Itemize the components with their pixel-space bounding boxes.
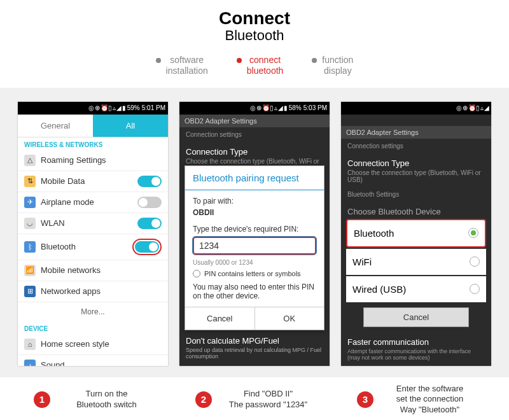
- radio-icon: [468, 228, 478, 238]
- title: Connect: [0, 10, 509, 27]
- home-icon: ⌂: [24, 339, 36, 350]
- pin-input[interactable]: 1234: [193, 237, 316, 255]
- toggle-airplane[interactable]: [137, 197, 162, 208]
- dot-icon: [156, 58, 161, 63]
- step-number: 2: [195, 391, 212, 408]
- faster-desc: Attempt faster communications with the i…: [347, 348, 485, 361]
- sound-icon: ♪: [24, 360, 36, 366]
- mpg-desc: Speed up data retrieval by not calculati…: [186, 347, 323, 360]
- step-connect[interactable]: connectbluetooth: [237, 55, 284, 76]
- tab-all[interactable]: All: [93, 115, 168, 137]
- pin-note: You may also need to enter this PIN on t…: [193, 283, 316, 300]
- status-bar: ◎ ⊕ ⏰ ▯ ▵ ◢ ▮ 58% 5:03 PM: [179, 102, 330, 115]
- phones-row: ◎ ⊕ ⏰ ▯ ▵ ◢ ▮ 59% 5:01 PM General All WI…: [0, 88, 509, 377]
- screen-title: OBD2 Adapter Settings: [341, 126, 491, 139]
- row-bluetooth[interactable]: ᛒBluetooth: [18, 234, 168, 260]
- pair-device: OBDII: [193, 206, 316, 220]
- radio-icon: [193, 270, 200, 277]
- status-bar: ◎ ⊕ ⏰ ▯ ▵ ◢ ▮ 59% 5:01 PM: [18, 102, 168, 115]
- modal-title: Bluetooth pairing request: [185, 166, 324, 190]
- toggle-wlan[interactable]: [137, 218, 162, 229]
- status-bar: ◎ ⊕ ⏰ ▯ ▵ ◢: [341, 102, 491, 115]
- section-wireless: WIRELESS & NETWORKS: [18, 137, 168, 150]
- section-label: Connection settings: [179, 127, 330, 142]
- choose-device-label: Choose Bluetooth Device: [347, 206, 485, 218]
- row-networked-apps[interactable]: ⊞Networked apps: [18, 281, 168, 302]
- step-nav: softwareinstallation connectbluetooth fu…: [0, 47, 509, 88]
- bt-settings-label: Bluetooth Settings: [341, 187, 491, 202]
- option-wifi[interactable]: WiFi: [346, 249, 486, 275]
- screen-title: OBD2 Adapter Settings: [179, 115, 330, 127]
- pin-letters-checkbox[interactable]: PIN contains letters or symbols: [193, 267, 316, 280]
- modal-buttons: Cancel OK: [185, 307, 324, 330]
- battery-pct: 58%: [289, 104, 302, 111]
- section-device: DEVICE: [18, 321, 168, 334]
- pairing-modal: Bluetooth pairing request To pair with: …: [185, 165, 324, 330]
- section-label: Connection settings: [341, 139, 491, 153]
- apps-icon: ⊞: [24, 286, 36, 297]
- ok-button[interactable]: OK: [255, 307, 324, 330]
- conn-type-desc: Choose the connection type (Bluetooth, W…: [347, 169, 485, 183]
- faster-heading[interactable]: Faster communication: [347, 336, 485, 348]
- row-mobile-data[interactable]: ⇅Mobile Data: [18, 171, 168, 192]
- dot-icon: [237, 58, 242, 63]
- option-bluetooth[interactable]: Bluetooth: [346, 219, 486, 248]
- status-icons: ◎ ⊕ ⏰ ▯ ▵ ◢ ▮: [250, 104, 287, 111]
- toggle-mobile-data[interactable]: [137, 176, 162, 187]
- pair-label: To pair with:: [193, 197, 316, 206]
- row-home-style[interactable]: ⌂Home screen style: [18, 334, 168, 355]
- tab-general[interactable]: General: [18, 115, 93, 137]
- data-icon: ⇅: [24, 176, 36, 187]
- cancel-button[interactable]: Cancel: [185, 307, 255, 330]
- battery-pct: 59%: [127, 104, 140, 111]
- phone-1: ◎ ⊕ ⏰ ▯ ▵ ◢ ▮ 59% 5:01 PM General All WI…: [18, 102, 168, 366]
- row-more[interactable]: More...: [18, 302, 168, 321]
- pin-hint: Usually 0000 or 1234: [193, 258, 316, 267]
- row-airplane[interactable]: ✈Airplane mode: [18, 192, 168, 213]
- status-icons: ◎ ⊕ ⏰ ▯ ▵ ◢ ▮: [88, 104, 125, 111]
- pin-label: Type the device's required PIN:: [193, 225, 316, 234]
- phone-2: ◎ ⊕ ⏰ ▯ ▵ ◢ ▮ 58% 5:03 PM OBD2 Adapter S…: [179, 102, 330, 366]
- conn-type-heading: Connection Type: [347, 157, 485, 169]
- row-roaming[interactable]: △Roaming Settings: [18, 150, 168, 171]
- row-mobile-networks[interactable]: 📶Mobile networks: [18, 260, 168, 281]
- status-time: 5:03 PM: [303, 104, 327, 111]
- status-time: 5:01 PM: [142, 104, 165, 111]
- step-function[interactable]: functiondisplay: [312, 55, 353, 76]
- antenna-icon: 📶: [24, 265, 36, 276]
- radio-icon: [470, 284, 480, 294]
- radio-icon: [470, 256, 480, 267]
- wifi-icon: ◡: [24, 218, 36, 229]
- step-number: 1: [34, 391, 50, 408]
- row-wlan[interactable]: ◡WLAN: [18, 213, 168, 234]
- phone-3: ◎ ⊕ ⏰ ▯ ▵ ◢ Saving screenshot... OBD2 Ad…: [341, 102, 491, 366]
- row-sound[interactable]: ♪Sound: [18, 355, 168, 366]
- status-icons: ◎ ⊕ ⏰ ▯ ▵ ◢: [456, 104, 489, 111]
- dot-icon: [312, 58, 317, 63]
- caption-2: 2 Find "OBD II"The password "1234": [179, 384, 330, 416]
- subtitle: Bluetooth: [0, 27, 509, 44]
- caption-1: 1 Turn on theBluetooth switch: [18, 384, 168, 416]
- bluetooth-icon: ᛒ: [24, 241, 36, 253]
- highlight-box: [132, 239, 162, 255]
- conn-type-heading: Connection Type: [186, 146, 323, 158]
- toggle-bluetooth[interactable]: [135, 241, 159, 253]
- cancel-button[interactable]: Cancel: [363, 307, 469, 327]
- caption-3: 3 Enter the softwareset the connectionWa…: [341, 384, 491, 416]
- settings-tabs: General All: [18, 115, 168, 137]
- option-wired[interactable]: Wired (USB): [346, 276, 486, 302]
- captions-row: 1 Turn on theBluetooth switch 2 Find "OB…: [0, 377, 509, 420]
- page-header: Connect Bluetooth: [0, 0, 509, 47]
- step-software[interactable]: softwareinstallation: [156, 55, 208, 76]
- step-number: 3: [357, 391, 373, 408]
- airplane-icon: ✈: [24, 197, 36, 208]
- mpg-heading: Don't calculate MPG/Fuel: [186, 335, 323, 347]
- roaming-icon: △: [24, 155, 36, 166]
